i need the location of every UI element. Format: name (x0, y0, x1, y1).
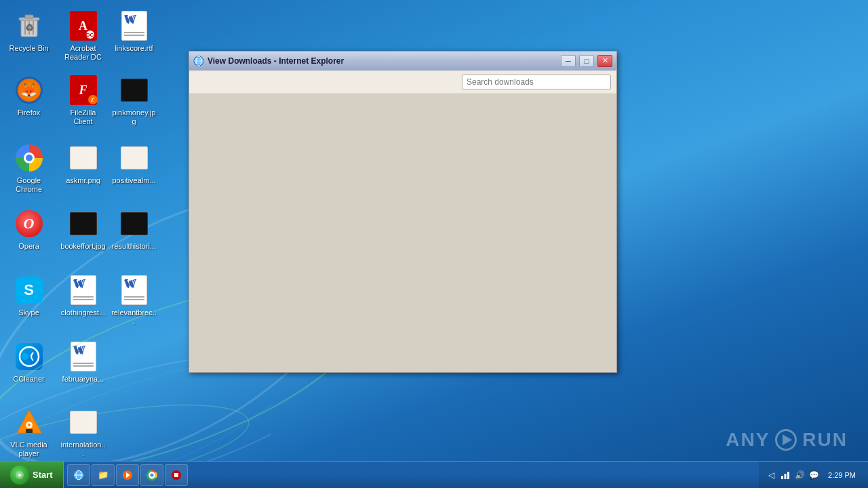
recycle-bin-icon: ♻ (13, 9, 45, 42)
svg-point-28 (150, 473, 154, 477)
ie-taskbar-icon (73, 470, 84, 481)
desktop-icon-relevantbrec[interactable]: W relevantbrec... (108, 271, 159, 329)
svg-rect-31 (781, 476, 783, 479)
start-button[interactable]: Start (0, 462, 64, 489)
taskbar-items: 📁 (64, 462, 759, 488)
desktop-icon-vlc[interactable]: VLC media player (3, 403, 54, 461)
desktop-icon-resulthistori[interactable]: resulthistori... (108, 205, 159, 253)
desktop-icon-linkscore[interactable]: W linkscore.rtf (108, 7, 159, 56)
tray-network-icon[interactable] (780, 470, 791, 481)
desktop-icon-februaryna[interactable]: W februaryna... (58, 338, 108, 386)
taskbar-item-explorer[interactable]: 📁 (92, 464, 115, 486)
pinkmoney-icon (118, 74, 151, 106)
svg-point-11 (22, 353, 28, 360)
desktop-icon-pinkmoney[interactable]: pinkmoney.jpg (108, 71, 159, 129)
taskbar-item-ie[interactable] (67, 464, 90, 486)
anyrun-text-any: ANY (726, 429, 770, 451)
close-button[interactable]: ✕ (597, 55, 612, 67)
desktop-icon-clothingrest[interactable]: W clothingrest... (58, 271, 108, 320)
ie-title-icon (193, 56, 204, 66)
maximize-button[interactable]: □ (579, 55, 594, 67)
clothingrest-icon: W (67, 274, 100, 306)
filezilla-icon: F Z (67, 74, 100, 106)
clock[interactable]: 2:29 PM (823, 471, 861, 479)
acrobat-icon: A DC (67, 9, 100, 42)
pinkmoney-label: pinkmoney.jpg (111, 108, 157, 126)
tray-balloon-icon[interactable]: 💬 (808, 470, 819, 481)
relevantbrec-label: relevantbrec... (111, 308, 157, 326)
tray-arrow-icon[interactable]: ◁ (766, 470, 776, 481)
resulthistori-label: resulthistori... (112, 242, 156, 251)
chrome-taskbar-icon (146, 470, 157, 481)
search-downloads-input[interactable] (462, 75, 611, 89)
ie-toolbar (189, 70, 616, 94)
ie-content (189, 94, 616, 372)
taskbar-item-anyrun[interactable] (165, 464, 188, 486)
svg-point-15 (28, 424, 31, 426)
svg-rect-13 (26, 429, 33, 433)
desktop-icon-skype[interactable]: S Skype (3, 271, 54, 320)
bookeffort-label: bookeffort.jpg (60, 242, 105, 251)
desktop-icon-firefox[interactable]: 🦊 Firefox (3, 71, 54, 120)
anyrun-watermark: ANY RUN (726, 429, 848, 451)
explorer-taskbar-icon: 📁 (98, 470, 108, 481)
svg-rect-30 (174, 473, 178, 477)
desktop-icon-chrome[interactable]: Google Chrome (3, 139, 54, 197)
desktop-icon-opera[interactable]: O Opera (3, 205, 54, 253)
opera-icon: O (13, 207, 45, 240)
desktop-icon-acrobat[interactable]: A DC Acrobat Reader DC (58, 7, 108, 64)
tray-volume-icon[interactable]: 🔊 (794, 470, 805, 481)
system-tray: ◁ 🔊 💬 2:29 PM (759, 462, 868, 488)
desktop-icon-bookeffort[interactable]: bookeffort.jpg (58, 205, 108, 253)
desktop-icon-askmr[interactable]: askmr.png (58, 139, 108, 188)
vlc-icon (13, 406, 45, 439)
wmp-taskbar-icon (122, 470, 133, 481)
ie-title-text: View Downloads - Internet Explorer (208, 56, 557, 66)
linkscore-icon: W (118, 9, 151, 42)
desktop-icon-filezilla[interactable]: F Z FileZilla Client (58, 71, 108, 129)
anyrun-taskbar-icon (171, 470, 182, 481)
ccleaner-label: CCleaner (13, 375, 44, 384)
vlc-label: VLC media player (6, 441, 52, 458)
ie-titlebar[interactable]: View Downloads - Internet Explorer ─ □ ✕ (189, 52, 616, 70)
svg-rect-32 (785, 474, 787, 479)
februaryna-label: februaryna... (62, 375, 104, 384)
positivealm-icon (118, 142, 151, 174)
februaryna-icon: W (67, 340, 100, 373)
start-orb-icon (10, 466, 29, 485)
internalation-label: internalation... (60, 441, 106, 458)
recycle-bin-label: Recycle Bin (9, 44, 48, 53)
desktop-icon-recycle-bin[interactable]: ♻ Recycle Bin (3, 7, 54, 56)
svg-rect-33 (787, 472, 789, 479)
minimize-button[interactable]: ─ (561, 55, 576, 67)
clothingrest-label: clothingrest... (61, 308, 105, 317)
firefox-icon: 🦊 (13, 74, 45, 106)
ie-window: View Downloads - Internet Explorer ─ □ ✕ (189, 51, 617, 373)
firefox-label: Firefox (18, 108, 41, 117)
relevantbrec-icon: W (118, 274, 151, 306)
svg-rect-5 (25, 15, 33, 18)
ccleaner-icon (13, 340, 45, 373)
chrome-icon (13, 142, 45, 174)
askmr-label: askmr.png (66, 176, 100, 185)
linkscore-label: linkscore.rtf (115, 44, 153, 53)
svg-point-14 (26, 422, 33, 428)
askmr-icon (67, 142, 100, 174)
svg-text:♻: ♻ (24, 22, 33, 33)
taskbar-item-chrome[interactable] (140, 464, 163, 486)
desktop-icon-ccleaner[interactable]: CCleaner (3, 338, 54, 386)
desktop: ♻ Recycle Bin A DC Acrobat Reader DC W (0, 0, 868, 488)
filezilla-label: FileZilla Client (60, 108, 106, 126)
svg-marker-12 (17, 410, 41, 433)
svg-point-1 (0, 388, 254, 461)
acrobat-label: Acrobat Reader DC (60, 44, 106, 62)
desktop-icon-positivealm[interactable]: positivealm... (108, 139, 159, 188)
skype-label: Skype (18, 308, 39, 317)
resulthistori-icon (118, 207, 151, 240)
taskbar: Start 📁 (0, 461, 868, 488)
internalation-icon (67, 406, 100, 439)
positivealm-label: positivealm... (112, 176, 155, 185)
desktop-icon-internalation[interactable]: internalation... (58, 403, 108, 461)
taskbar-item-wmp[interactable] (116, 464, 139, 486)
opera-label: Opera (18, 242, 39, 251)
